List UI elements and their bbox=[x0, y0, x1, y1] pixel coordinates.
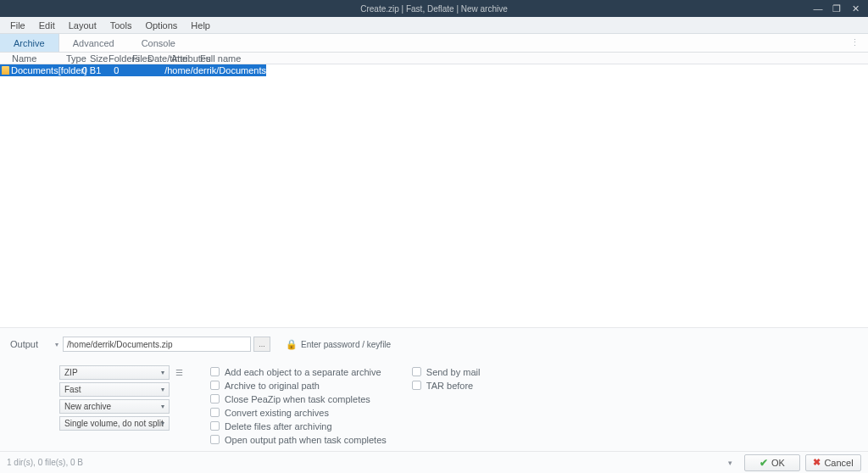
folder-icon bbox=[2, 66, 9, 75]
chk-send-by-mail[interactable]: Send by mail bbox=[412, 365, 481, 378]
minimize-icon[interactable]: — bbox=[812, 0, 824, 17]
maximize-icon[interactable]: ❐ bbox=[831, 0, 843, 17]
check-icon: ✔ bbox=[760, 457, 768, 469]
cell-size: 0 B bbox=[82, 65, 97, 75]
menu-bar: File Edit Layout Tools Options Help bbox=[0, 17, 868, 34]
options-panel: Output ▾ /home/derrik/Documents.zip ... … bbox=[0, 327, 868, 451]
col-folders[interactable]: Folders bbox=[108, 53, 132, 64]
tab-archive[interactable]: Archive bbox=[0, 34, 59, 52]
chk-separate-archives[interactable]: Add each object to a separate archive bbox=[210, 365, 387, 378]
checkbox-column-right: Send by mail TAR before bbox=[412, 365, 481, 446]
password-label[interactable]: Enter password / keyfile bbox=[301, 340, 391, 349]
level-select[interactable]: Fast bbox=[59, 382, 170, 397]
window-title: Create.zip | Fast, Deflate | New archive bbox=[0, 4, 868, 14]
cell-name: Documents bbox=[11, 65, 58, 75]
cell-files: 0 bbox=[114, 65, 125, 75]
col-type[interactable]: Type bbox=[66, 53, 90, 64]
menu-file[interactable]: File bbox=[3, 20, 32, 31]
cancel-button[interactable]: ✖Cancel bbox=[805, 454, 861, 471]
tab-console[interactable]: Console bbox=[128, 34, 189, 52]
output-label: Output bbox=[10, 339, 51, 349]
table-row[interactable]: Documents [folder] 0 B 1 0 /home/derrik/… bbox=[0, 64, 266, 76]
browse-button[interactable]: ... bbox=[253, 337, 270, 352]
mode-select[interactable]: New archive bbox=[59, 399, 170, 414]
col-files[interactable]: Files bbox=[132, 53, 147, 64]
cell-folders: 1 bbox=[96, 65, 114, 75]
col-size[interactable]: Size bbox=[90, 53, 108, 64]
chk-close-on-complete[interactable]: Close PeaZip when task completes bbox=[210, 392, 387, 405]
col-datetime[interactable]: Date/time bbox=[147, 53, 171, 64]
menu-edit[interactable]: Edit bbox=[32, 20, 62, 31]
menu-tools[interactable]: Tools bbox=[103, 20, 139, 31]
chk-open-output[interactable]: Open output path when task completes bbox=[210, 433, 387, 446]
cross-icon: ✖ bbox=[813, 457, 821, 468]
lock-icon[interactable]: 🔒 bbox=[286, 339, 298, 350]
checkbox-column-left: Add each object to a separate archive Ar… bbox=[210, 365, 387, 446]
title-bar: Create.zip | Fast, Deflate | New archive… bbox=[0, 0, 868, 17]
chk-tar-before[interactable]: TAR before bbox=[412, 379, 481, 392]
menu-options[interactable]: Options bbox=[138, 20, 184, 31]
col-fullname[interactable]: Full name bbox=[200, 53, 868, 64]
tab-strip: Archive Advanced Console ⋮ bbox=[0, 34, 868, 53]
ok-button[interactable]: ✔OK bbox=[744, 454, 800, 471]
column-header: Name Type Size Folders Files Date/time A… bbox=[0, 53, 868, 64]
format-controls: ZIP ☰ Fast New archive Single volume, do… bbox=[59, 365, 185, 446]
close-icon[interactable]: ✕ bbox=[849, 0, 861, 17]
window-controls: — ❐ ✕ bbox=[809, 0, 865, 17]
format-select[interactable]: ZIP bbox=[59, 365, 170, 380]
cell-fullname: /home/derrik/Documents bbox=[164, 65, 266, 75]
menu-layout[interactable]: Layout bbox=[62, 20, 103, 31]
format-filters-icon[interactable]: ☰ bbox=[173, 365, 185, 380]
chk-delete-after[interactable]: Delete files after archiving bbox=[210, 420, 387, 432]
chk-original-path[interactable]: Archive to original path bbox=[210, 379, 387, 392]
chk-convert-existing[interactable]: Convert existing archives bbox=[210, 406, 387, 419]
output-dropdown-icon[interactable]: ▾ bbox=[51, 341, 63, 348]
output-path-field[interactable]: /home/derrik/Documents.zip bbox=[63, 337, 251, 352]
action-menu-icon[interactable]: ▾ bbox=[721, 459, 739, 467]
split-select[interactable]: Single volume, do not split bbox=[59, 416, 170, 431]
menu-help[interactable]: Help bbox=[184, 20, 217, 31]
col-name[interactable]: Name bbox=[12, 53, 66, 64]
cell-type: [folder] bbox=[58, 65, 82, 75]
tab-advanced[interactable]: Advanced bbox=[59, 34, 128, 52]
file-list[interactable]: Documents [folder] 0 B 1 0 /home/derrik/… bbox=[0, 64, 868, 327]
action-bar: 1 dir(s), 0 file(s), 0 B ▾ ✔OK ✖Cancel bbox=[0, 451, 868, 473]
tab-overflow-icon[interactable]: ⋮ bbox=[842, 34, 868, 52]
status-text: 1 dir(s), 0 file(s), 0 B bbox=[7, 458, 83, 467]
col-attributes[interactable]: Attributes bbox=[171, 53, 200, 64]
